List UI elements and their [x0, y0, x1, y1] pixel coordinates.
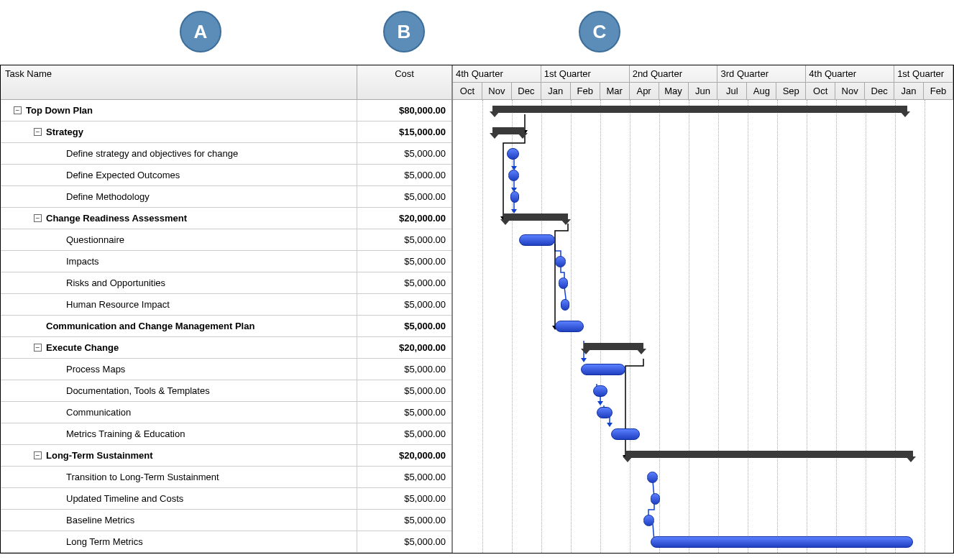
task-name-label: Questionnaire	[66, 234, 124, 245]
quarter-row: 4th Quarter1st Quarter2nd Quarter3rd Qua…	[453, 65, 953, 83]
table-row[interactable]: −Execute Change$20,000.00	[1, 337, 451, 359]
quarter-cell: 4th Quarter	[453, 65, 541, 82]
table-row[interactable]: Impacts$5,000.00	[1, 251, 451, 272]
month-cell: Aug	[747, 83, 776, 99]
header-task-name[interactable]: Task Name	[1, 65, 357, 99]
task-name-label: Define Methodology	[66, 191, 150, 202]
timeline-body[interactable]	[453, 100, 953, 553]
task-bar[interactable]	[643, 515, 654, 526]
task-cost-label: $5,000.00	[357, 515, 451, 525]
table-row[interactable]: Long Term Metrics$5,000.00	[1, 531, 451, 553]
task-name-label: Documentation, Tools & Templates	[66, 385, 210, 396]
task-bar[interactable]	[561, 299, 569, 311]
quarter-cell: 1st Quarter	[894, 65, 953, 82]
annotation-layer: A B C	[0, 0, 954, 65]
table-row[interactable]: Documentation, Tools & Templates$5,000.0…	[1, 380, 451, 402]
table-row[interactable]: Metrics Training & Education$5,000.00	[1, 423, 451, 445]
task-bar[interactable]	[651, 493, 660, 505]
task-cost-label: $5,000.00	[357, 191, 451, 202]
month-cell: Apr	[630, 83, 659, 99]
table-row[interactable]: Communication$5,000.00	[1, 402, 451, 423]
table-row[interactable]: Baseline Metrics$5,000.00	[1, 510, 451, 531]
task-cost-label: $5,000.00	[357, 234, 451, 245]
task-name-label: Risks and Opportunities	[66, 277, 165, 288]
task-cost-label: $5,000.00	[357, 536, 451, 547]
table-row[interactable]: Define Expected Outcomes$5,000.00	[1, 165, 451, 186]
task-bar[interactable]	[597, 407, 613, 418]
gantt-bars	[453, 100, 953, 553]
task-bar[interactable]	[593, 385, 607, 397]
month-cell: Feb	[571, 83, 600, 99]
task-cost-label: $5,000.00	[357, 321, 451, 331]
quarter-cell: 1st Quarter	[541, 65, 630, 82]
task-cost-label: $5,000.00	[357, 148, 451, 159]
collapse-icon[interactable]: −	[14, 106, 22, 114]
table-row[interactable]: Process Maps$5,000.00	[1, 359, 451, 380]
task-bar[interactable]	[647, 472, 658, 483]
task-name-label: Define Expected Outcomes	[66, 170, 180, 180]
task-name-label: Long Term Metrics	[66, 536, 143, 547]
task-bar[interactable]	[507, 148, 519, 160]
summary-bar[interactable]	[492, 106, 907, 113]
table-row[interactable]: −Change Readiness Assessment$20,000.00	[1, 208, 451, 229]
quarter-cell: 4th Quarter	[806, 65, 894, 82]
task-name-label: Top Down Plan	[26, 105, 93, 116]
task-table-header: Task Name Cost	[1, 65, 451, 100]
summary-bar[interactable]	[503, 214, 568, 221]
task-cost-label: $5,000.00	[357, 299, 451, 310]
collapse-icon[interactable]: −	[34, 451, 42, 459]
task-name-label: Define strategy and objectives for chang…	[66, 148, 238, 159]
timeline-header: 4th Quarter1st Quarter2nd Quarter3rd Qua…	[453, 65, 953, 100]
task-cost-label: $15,000.00	[357, 127, 451, 137]
table-row[interactable]: Updated Timeline and Costs$5,000.00	[1, 488, 451, 510]
task-bar[interactable]	[510, 191, 519, 203]
summary-bar[interactable]	[492, 127, 525, 134]
task-name-label: Strategy	[46, 127, 83, 137]
table-row[interactable]: Communication and Change Management Plan…	[1, 316, 451, 337]
task-bar[interactable]	[508, 170, 519, 181]
month-cell: Dec	[512, 83, 541, 99]
table-row[interactable]: Define Methodology$5,000.00	[1, 186, 451, 208]
task-bar[interactable]	[611, 428, 640, 440]
quarter-cell: 2nd Quarter	[630, 65, 718, 82]
task-bar[interactable]	[581, 364, 625, 375]
header-cost[interactable]: Cost	[357, 65, 451, 99]
task-bar[interactable]	[555, 321, 584, 332]
task-name-label: Long-Term Sustainment	[46, 450, 153, 461]
table-row[interactable]: −Strategy$15,000.00	[1, 121, 451, 143]
month-cell: Feb	[924, 83, 953, 99]
task-cost-label: $80,000.00	[357, 105, 451, 116]
task-name-label: Updated Timeline and Costs	[66, 493, 183, 504]
quarter-cell: 3rd Quarter	[717, 65, 806, 82]
table-row[interactable]: −Top Down Plan$80,000.00	[1, 100, 451, 121]
task-name-label: Process Maps	[66, 364, 125, 375]
annotation-a: A	[180, 11, 221, 52]
collapse-icon[interactable]: −	[34, 344, 42, 352]
task-bar[interactable]	[555, 256, 566, 267]
table-row[interactable]: Transition to Long-Term Sustainment$5,00…	[1, 467, 451, 488]
summary-bar[interactable]	[584, 343, 643, 350]
task-cost-label: $5,000.00	[357, 170, 451, 180]
task-name-label: Metrics Training & Education	[66, 428, 185, 439]
task-name-label: Impacts	[66, 256, 99, 267]
task-cost-label: $20,000.00	[357, 342, 451, 353]
month-cell: Jan	[894, 83, 924, 99]
task-cost-label: $20,000.00	[357, 450, 451, 461]
collapse-icon[interactable]: −	[34, 214, 42, 222]
table-row[interactable]: −Long-Term Sustainment$20,000.00	[1, 445, 451, 467]
task-cost-label: $5,000.00	[357, 472, 451, 482]
table-row[interactable]: Risks and Opportunities$5,000.00	[1, 272, 451, 294]
table-row[interactable]: Human Resource Impact$5,000.00	[1, 294, 451, 316]
month-cell: Dec	[865, 83, 894, 99]
table-row[interactable]: Questionnaire$5,000.00	[1, 229, 451, 251]
task-table: Task Name Cost −Top Down Plan$80,000.00−…	[1, 65, 453, 553]
gantt-timeline: 4th Quarter1st Quarter2nd Quarter3rd Qua…	[453, 65, 953, 553]
task-bar[interactable]	[651, 536, 913, 548]
table-row[interactable]: Define strategy and objectives for chang…	[1, 143, 451, 165]
task-bar[interactable]	[559, 277, 568, 289]
task-name-label: Baseline Metrics	[66, 515, 134, 525]
summary-bar[interactable]	[625, 451, 913, 458]
task-bar[interactable]	[519, 234, 555, 246]
collapse-icon[interactable]: −	[34, 128, 42, 136]
task-name-label: Human Resource Impact	[66, 299, 170, 310]
